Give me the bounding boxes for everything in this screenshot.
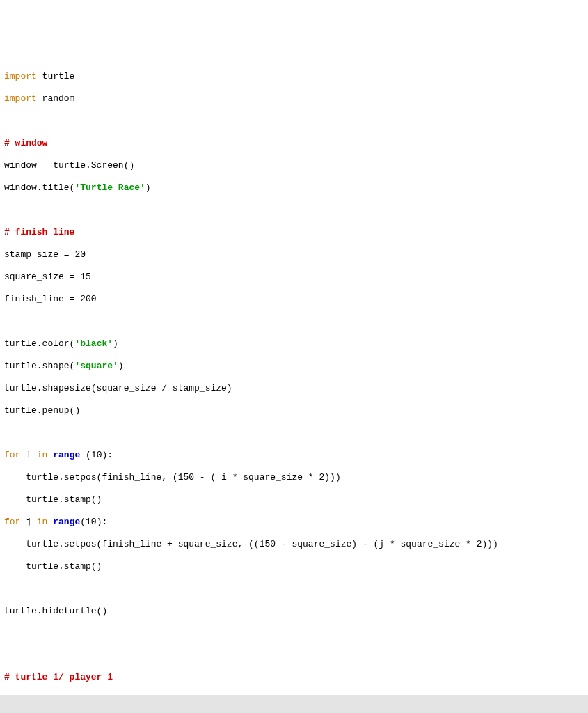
code-line: turtle.color('black') xyxy=(4,338,584,350)
code-token: i xyxy=(20,450,36,460)
code-token: import xyxy=(4,71,37,81)
code-line: import turtle xyxy=(4,71,584,82)
code-line xyxy=(4,650,584,661)
code-token: turtle.shape( xyxy=(4,361,74,371)
code-line: turtle.stamp() xyxy=(4,494,584,506)
code-line: turtle.stamp() xyxy=(4,561,584,572)
code-line: turtle.hideturtle() xyxy=(4,606,584,617)
bottom-bar xyxy=(0,695,588,713)
code-token: turtle.penup() xyxy=(4,405,80,416)
code-line xyxy=(4,583,584,595)
code-line: turtle.penup() xyxy=(4,405,584,416)
code-token: for xyxy=(4,450,20,460)
code-token: in xyxy=(37,450,48,460)
code-line: # turtle 1/ player 1 xyxy=(4,672,584,683)
code-token: ) xyxy=(113,338,118,349)
code-line: for i in range (10): xyxy=(4,450,584,461)
code-token: (10): xyxy=(80,517,107,527)
code-token: ) xyxy=(118,361,124,371)
code-token: turtle.stamp() xyxy=(4,561,102,572)
code-token: # finish line xyxy=(4,227,74,237)
code-line xyxy=(4,116,584,127)
code-token: turtle xyxy=(37,71,75,81)
code-token: turtle.shapesize(square_size / stamp_siz… xyxy=(4,383,232,393)
code-token: for xyxy=(4,517,20,527)
code-line: turtle.setpos(finish_line + square_size,… xyxy=(4,539,584,550)
code-editor-view: import turtle import random # window win… xyxy=(4,47,584,713)
code-line: square_size = 15 xyxy=(4,272,584,283)
code-token: random xyxy=(37,93,75,104)
code-token: window = turtle.Screen() xyxy=(4,160,134,171)
code-token: window.title( xyxy=(4,182,74,193)
code-token: range xyxy=(53,450,80,460)
code-lines: import turtle import random # window win… xyxy=(4,71,584,713)
code-token: finish_line = 200 xyxy=(4,294,97,304)
code-line xyxy=(4,428,584,439)
code-token: (10): xyxy=(80,450,113,460)
code-token: turtle.color( xyxy=(4,338,74,349)
code-line xyxy=(4,628,584,639)
code-line: import random xyxy=(4,93,584,104)
code-token: 'Turtle Race' xyxy=(74,182,145,193)
code-line xyxy=(4,205,584,216)
code-token: turtle.setpos(finish_line + square_size,… xyxy=(4,539,498,549)
code-token: 'black' xyxy=(74,338,113,349)
code-line: # finish line xyxy=(4,227,584,238)
code-line: for j in range(10): xyxy=(4,517,584,528)
code-token: ) xyxy=(145,182,151,193)
code-line: # window xyxy=(4,138,584,149)
code-token: 'square' xyxy=(74,361,118,371)
code-token: range xyxy=(53,517,80,527)
code-line: window.title('Turtle Race') xyxy=(4,182,584,194)
code-token: turtle.setpos(finish_line, (150 - ( i * … xyxy=(4,472,341,483)
code-token: import xyxy=(4,93,37,104)
code-token: # turtle 1/ player 1 xyxy=(4,672,113,682)
code-token: in xyxy=(37,517,48,527)
code-line: turtle.shapesize(square_size / stamp_siz… xyxy=(4,383,584,394)
code-line: window = turtle.Screen() xyxy=(4,160,584,171)
code-token: # window xyxy=(4,138,47,148)
code-token: stamp_size = 20 xyxy=(4,249,86,260)
code-token: j xyxy=(20,517,36,527)
code-line: turtle.setpos(finish_line, (150 - ( i * … xyxy=(4,472,584,483)
code-token: square_size = 15 xyxy=(4,272,91,282)
code-line: finish_line = 200 xyxy=(4,294,584,305)
code-line: stamp_size = 20 xyxy=(4,249,584,260)
code-token: turtle.hideturtle() xyxy=(4,606,107,616)
code-line: turtle.shape('square') xyxy=(4,361,584,372)
code-line xyxy=(4,316,584,327)
code-token: turtle.stamp() xyxy=(4,494,102,505)
